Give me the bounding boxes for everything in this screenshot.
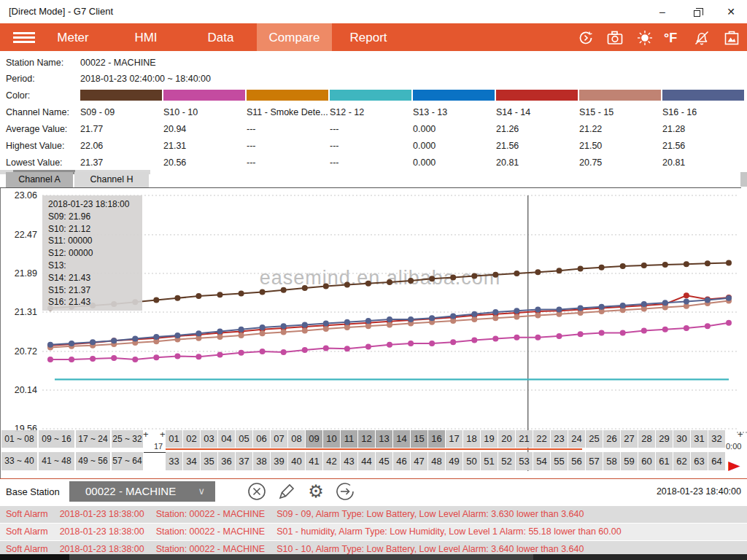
channel-button-41[interactable]: 41	[306, 452, 322, 470]
channel-range-button[interactable]: 33 ~ 40	[1, 452, 37, 470]
channel-button-53[interactable]: 53	[516, 452, 533, 470]
channel-button-07[interactable]: 07	[271, 430, 287, 448]
channel-button-17[interactable]: 17	[446, 430, 462, 448]
edit-pencil-icon[interactable]	[276, 481, 298, 502]
tab-compare[interactable]: Compare	[257, 23, 332, 52]
channel-button-22[interactable]: 22	[533, 430, 550, 448]
channel-button-03[interactable]: 03	[201, 430, 217, 448]
channel-button-21[interactable]: 21	[516, 430, 533, 448]
channel-range-button[interactable]: 57 ~ 64	[112, 452, 143, 470]
channel-button-56[interactable]: 56	[568, 452, 585, 470]
channel-button-11[interactable]: 11	[341, 430, 357, 448]
channel-button-30[interactable]: 30	[673, 430, 690, 448]
channel-range-button[interactable]: 41 ~ 48	[39, 452, 74, 470]
tab-channel-a[interactable]: Channel A	[6, 172, 73, 187]
zoom-plus-icon[interactable]: +	[143, 429, 149, 440]
tab-hmi[interactable]: HMI	[113, 23, 179, 52]
channel-button-45[interactable]: 45	[376, 452, 392, 470]
channel-button-31[interactable]: 31	[691, 430, 708, 448]
channel-range-button[interactable]: 25 ~ 32	[112, 430, 143, 448]
channel-button-10[interactable]: 10	[323, 430, 340, 448]
channel-button-14[interactable]: 14	[393, 430, 410, 448]
close-button[interactable]: ✕	[720, 4, 742, 19]
channel-button-02[interactable]: 02	[183, 430, 200, 448]
restore-button[interactable]	[686, 4, 708, 19]
scrollbar-thumb[interactable]	[69, 554, 533, 560]
horizontal-scrollbar[interactable]	[0, 554, 747, 560]
channel-button-19[interactable]: 19	[481, 430, 498, 448]
sync-icon[interactable]	[577, 29, 596, 47]
channel-button-46[interactable]: 46	[393, 452, 410, 470]
channel-button-51[interactable]: 51	[481, 452, 498, 470]
next-page-arrow[interactable]: ▶	[728, 458, 740, 473]
channel-button-40[interactable]: 40	[288, 452, 305, 470]
channel-button-63[interactable]: 63	[691, 452, 708, 470]
channel-button-04[interactable]: 04	[218, 430, 235, 448]
tab-channel-h[interactable]: Channel H	[74, 172, 149, 187]
gear-edit-icon[interactable]: ⚙	[305, 481, 327, 502]
station-select[interactable]: 00022 - MACHINE ∨	[69, 481, 215, 502]
channel-button-43[interactable]: 43	[341, 452, 357, 470]
channel-button-57[interactable]: 57	[586, 452, 603, 470]
channel-button-08[interactable]: 08	[288, 430, 305, 448]
alarm-mute-icon[interactable]	[693, 29, 712, 47]
channel-button-49[interactable]: 49	[446, 452, 462, 470]
channel-range-button[interactable]: 49 ~ 56	[76, 452, 110, 470]
alarm-row[interactable]: Soft Alarm2018-01-23 18:38:00Station: 00…	[0, 506, 747, 523]
tab-data[interactable]: Data	[186, 23, 255, 52]
channel-button-64[interactable]: 64	[708, 452, 725, 470]
brightness-icon[interactable]	[636, 29, 655, 47]
channel-button-28[interactable]: 28	[638, 430, 655, 448]
channel-button-54[interactable]: 54	[533, 452, 550, 470]
channel-button-59[interactable]: 59	[621, 452, 638, 470]
channel-button-52[interactable]: 52	[498, 452, 515, 470]
channel-button-26[interactable]: 26	[603, 430, 620, 448]
tab-meter[interactable]: Meter	[36, 23, 109, 52]
fahrenheit-icon[interactable]: °F	[664, 29, 689, 47]
channel-button-39[interactable]: 39	[271, 452, 287, 470]
channel-range-button[interactable]: 09 ~ 16	[39, 430, 74, 448]
channel-button-34[interactable]: 34	[183, 452, 200, 470]
channel-button-23[interactable]: 23	[551, 430, 568, 448]
channel-button-61[interactable]: 61	[656, 452, 673, 470]
channel-button-50[interactable]: 50	[463, 452, 480, 470]
channel-range-button[interactable]: 17 ~ 24	[76, 430, 110, 448]
camera-icon[interactable]	[606, 29, 625, 47]
channel-button-20[interactable]: 20	[498, 430, 515, 448]
channel-button-37[interactable]: 37	[236, 452, 252, 470]
channel-button-27[interactable]: 27	[621, 430, 638, 448]
channel-button-09[interactable]: 09	[306, 430, 322, 448]
channel-button-05[interactable]: 05	[236, 430, 252, 448]
channel-button-25[interactable]: 25	[586, 430, 603, 448]
minimize-button[interactable]: –	[651, 4, 673, 19]
zoom-plus-icon[interactable]: +	[738, 429, 743, 440]
channel-button-15[interactable]: 15	[411, 430, 427, 448]
channel-button-36[interactable]: 36	[218, 452, 235, 470]
hamburger-menu-icon[interactable]	[13, 32, 35, 43]
channel-button-38[interactable]: 38	[253, 452, 270, 470]
tab-report[interactable]: Report	[336, 23, 401, 52]
channel-button-47[interactable]: 47	[411, 452, 427, 470]
channel-button-12[interactable]: 12	[358, 430, 375, 448]
channel-button-29[interactable]: 29	[656, 430, 673, 448]
channel-button-62[interactable]: 62	[673, 452, 690, 470]
channel-button-24[interactable]: 24	[568, 430, 585, 448]
alarm-row[interactable]: Soft Alarm2018-01-23 18:38:00Station: 00…	[0, 524, 747, 540]
sync-out-icon[interactable]	[334, 481, 356, 502]
channel-range-button[interactable]: 01 ~ 08	[1, 430, 37, 448]
image-bin-icon[interactable]	[723, 29, 742, 47]
channel-button-35[interactable]: 35	[201, 452, 217, 470]
channel-button-32[interactable]: 32	[708, 430, 725, 448]
channel-button-01[interactable]: 01	[166, 430, 182, 448]
channel-button-16[interactable]: 16	[428, 430, 445, 448]
channel-button-44[interactable]: 44	[358, 452, 375, 470]
zoom-plus-icon[interactable]: +	[160, 429, 166, 440]
channel-button-33[interactable]: 33	[166, 452, 182, 470]
channel-button-06[interactable]: 06	[253, 430, 270, 448]
channel-button-13[interactable]: 13	[376, 430, 392, 448]
channel-button-18[interactable]: 18	[463, 430, 480, 448]
channel-button-42[interactable]: 42	[323, 452, 340, 470]
channel-button-48[interactable]: 48	[428, 452, 445, 470]
channel-button-60[interactable]: 60	[638, 452, 655, 470]
channel-button-58[interactable]: 58	[603, 452, 620, 470]
